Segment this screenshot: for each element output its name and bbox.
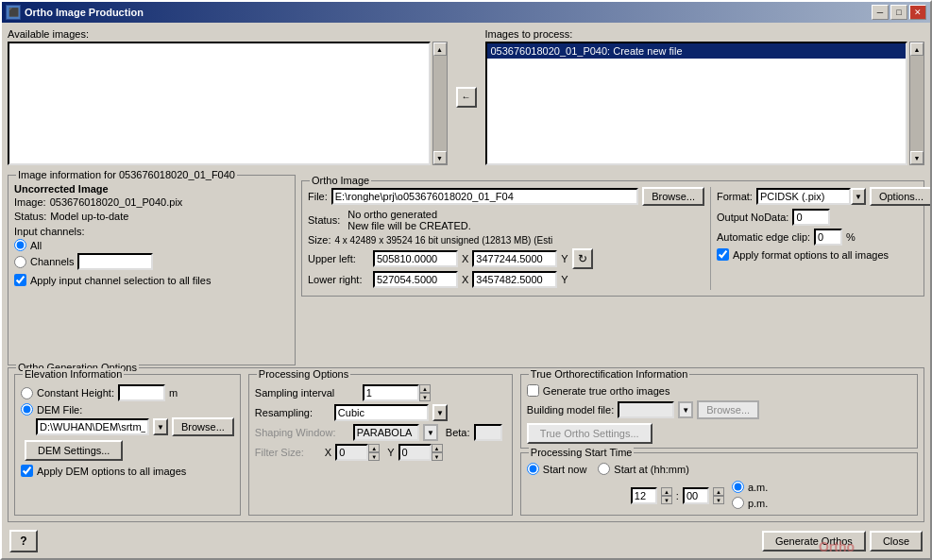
minimize-button[interactable]: ─ [872,5,889,20]
image-row: Image: 053676018020_01_P040.pix [14,196,289,208]
y-label: Y [561,253,568,264]
generate-true-ortho-checkbox[interactable] [527,384,539,397]
pm-radio[interactable] [732,497,744,509]
apply-dem-row: Apply DEM options to all images [21,465,234,477]
lower-right-row: Lower right: X Y [308,271,704,288]
constant-height-label: Constant Height: [37,387,114,399]
am-row: a.m. [732,481,768,493]
start-now-radio[interactable] [527,463,539,475]
left-section: Image information for 053676018020_01_F0… [8,173,296,364]
constant-height-radio[interactable] [21,387,33,399]
minute-input[interactable] [683,487,709,504]
file-input[interactable] [331,188,638,205]
am-radio[interactable] [732,481,744,493]
status-row: Status: Model up-to-date [14,211,289,222]
top-section: Available images: ▲ ▼ ← Images to proces… [8,28,924,165]
y-label2: Y [561,274,568,285]
footer-bar: ? Generate Orthos Close [8,526,924,552]
help-button[interactable]: ? [9,530,38,552]
format-input[interactable] [756,188,851,205]
lower-right-x-input[interactable] [373,271,458,288]
filter-y-input[interactable] [398,444,432,461]
shaping-row: Shaping Window: ▼ Beta: [255,424,506,441]
sampling-down-btn[interactable]: ▼ [419,393,431,401]
refresh-button[interactable]: ↻ [572,248,593,269]
hour-input[interactable] [631,487,657,504]
all-radio-row: All [14,239,289,251]
format-label: Format: [717,191,753,202]
file-row: File: Browse... [308,187,704,206]
images-to-process-listbox[interactable]: 053676018020_01_P040: Create new file [485,42,908,165]
hour-down[interactable]: ▼ [661,496,672,504]
filter-y-down[interactable]: ▼ [432,452,443,461]
building-model-dropdown: ▼ [678,401,693,418]
filter-y-up[interactable]: ▲ [432,444,443,452]
upper-left-x-input[interactable] [373,250,458,267]
channels-input[interactable] [77,253,153,270]
resampling-input[interactable] [334,404,429,421]
dem-path-input[interactable] [36,418,149,435]
apply-format-row: Apply format options to all images [717,248,918,261]
apply-channel-checkbox[interactable] [14,274,26,286]
true-ortho-settings-button[interactable]: True Ortho Settings... [527,423,652,444]
minute-down[interactable]: ▼ [713,496,724,504]
sampling-input[interactable] [363,384,419,401]
format-dropdown[interactable]: ▼ [851,188,866,205]
scroll-up-btn[interactable]: ▲ [433,42,447,56]
available-images-scrollbar[interactable]: ▲ ▼ [432,42,448,165]
shaping-input[interactable] [353,424,419,441]
images-to-process-section: Images to process: 053676018020_01_P040:… [485,28,925,165]
all-radio[interactable] [14,239,26,251]
status-label: Status: [14,211,46,222]
channels-radio-row: Channels [14,253,289,270]
sampling-up-btn[interactable]: ▲ [419,384,431,393]
beta-input[interactable] [474,424,502,441]
filter-x-input[interactable] [335,444,368,461]
dem-browse-button[interactable]: Browse... [172,417,234,436]
apply-channel-label: Apply input channel selection to all fil… [30,275,211,286]
hour-up[interactable]: ▲ [661,487,672,496]
dem-file-radio[interactable] [21,403,33,416]
apply-dem-checkbox[interactable] [21,465,33,477]
constant-height-input[interactable] [118,384,165,401]
watermark: Ortho [819,539,855,554]
filter-x-down[interactable]: ▼ [368,452,380,461]
options-button[interactable]: Options... [870,187,932,206]
available-images-label: Available images: [8,28,448,40]
building-model-input[interactable] [618,401,674,418]
close-button[interactable]: Close [870,531,923,552]
bottom-inner: Elevation Information Constant Height: m… [14,374,918,516]
file-browse-button[interactable]: Browse... [642,187,704,206]
move-arrow-button[interactable]: ← [456,87,477,108]
filter-y-btns: ▲ ▼ [432,444,443,461]
status-value: Model up-to-date [50,211,128,222]
minute-up[interactable]: ▲ [713,487,724,496]
resampling-dropdown[interactable]: ▼ [432,404,448,421]
image-info-title: Image information for 053676018020_01_F0… [16,169,237,180]
images-to-process-scrollbar[interactable]: ▲ ▼ [909,42,924,165]
building-browse-button[interactable]: Browse... [697,400,759,419]
auto-edge-input[interactable] [814,229,842,246]
upper-left-y-input[interactable] [472,250,557,267]
output-nodata-input[interactable] [792,209,830,226]
scroll-down-btn[interactable]: ▼ [433,151,447,164]
pm-label: p.m. [748,498,768,509]
maximize-button[interactable]: □ [890,5,907,20]
close-button[interactable]: ✕ [909,5,926,20]
ips-scroll-up-btn[interactable]: ▲ [910,42,924,56]
dem-dropdown[interactable]: ▼ [153,418,168,435]
apply-format-checkbox[interactable] [717,248,729,261]
start-at-row: Start at (hh:mm) [598,463,688,475]
filter-x-up[interactable]: ▲ [368,444,380,452]
images-to-process-item[interactable]: 053676018020_01_P040: Create new file [487,43,907,59]
available-images-listbox[interactable] [8,42,431,165]
ips-scroll-down-btn[interactable]: ▼ [910,151,924,164]
start-at-radio[interactable] [598,463,610,475]
dem-settings-button[interactable]: DEM Settings... [25,440,123,461]
hour-spinner-btns: ▲ ▼ [661,487,672,504]
filter-x-label: X [325,447,331,458]
processing-group: Processing Options Sampling interval ▲ ▼ [248,374,513,516]
minute-spinner-btns: ▲ ▼ [713,487,724,504]
lower-right-y-input[interactable] [472,271,557,288]
channels-radio[interactable] [14,256,26,268]
